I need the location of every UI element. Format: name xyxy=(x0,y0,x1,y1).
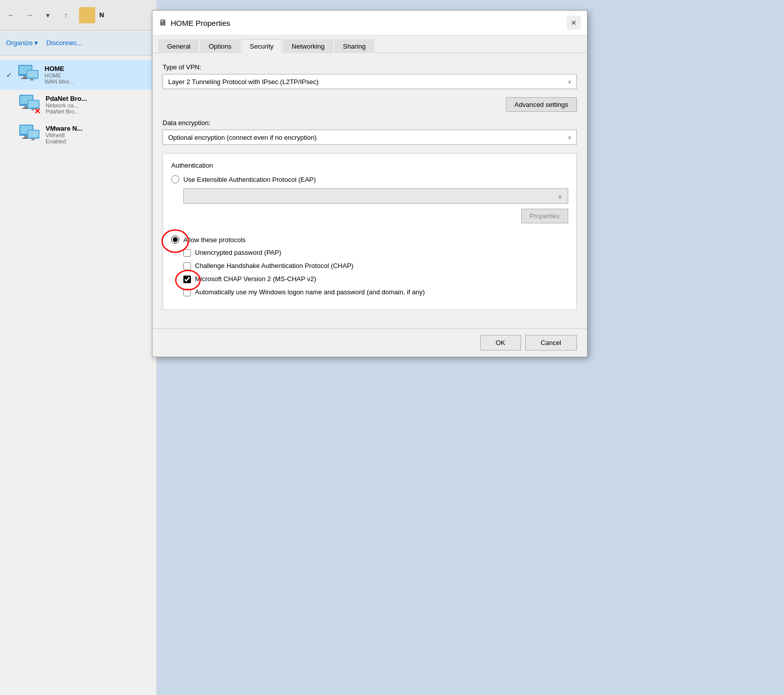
tab-options[interactable]: Options xyxy=(200,39,240,53)
checkmark-icon: ✓ xyxy=(6,71,12,79)
properties-row: Properties xyxy=(171,209,568,229)
dialog-title-icon: 🖥 xyxy=(159,18,167,27)
vpn-type-select[interactable]: Layer 2 Tunneling Protocol with IPsec (L… xyxy=(163,74,577,89)
tab-bar: General Options Security Networking Shar… xyxy=(152,35,587,53)
dialog-title-text: HOME Properties xyxy=(171,19,230,27)
autologon-checkbox-row: Automatically use my Windows logon name … xyxy=(183,288,568,296)
advanced-row: Advanced settings xyxy=(163,97,577,112)
eap-select: ∨ xyxy=(183,188,568,204)
explorer-title-short: N xyxy=(99,11,104,19)
vmware-net-info: VMware N... VMnet8 Enabled xyxy=(46,125,150,144)
error-x-icon: ✕ xyxy=(34,107,41,115)
properties-button: Properties xyxy=(521,209,568,223)
svg-rect-20 xyxy=(31,139,34,140)
tab-general[interactable]: General xyxy=(159,39,199,53)
dialog-content: Type of VPN: Layer 2 Tunneling Protocol … xyxy=(152,53,587,328)
svg-rect-19 xyxy=(28,131,38,137)
pdanet-net-info: PdaNet Bro... Network ca... PdaNet Bro..… xyxy=(46,95,150,114)
svg-rect-6 xyxy=(30,79,33,81)
explorer-background: ← → ▾ ↑ N Organize ▾ Disconnec... ✓ xyxy=(0,0,157,695)
vmware-net-detail2: Enabled xyxy=(46,138,150,144)
home-net-detail2: WAN Mini... xyxy=(45,79,150,85)
vmware-net-name: VMware N... xyxy=(46,125,150,132)
eap-select-chevron-icon: ∨ xyxy=(558,192,563,200)
disconnect-button[interactable]: Disconnec... xyxy=(46,39,83,47)
vpn-type-row: Layer 2 Tunneling Protocol with IPsec (L… xyxy=(163,74,577,89)
network-item-vmware[interactable]: VMware N... VMnet8 Enabled xyxy=(0,120,156,149)
explorer-nav: Organize ▾ Disconnec... xyxy=(0,30,156,56)
network-item-pdanet[interactable]: ✕ PdaNet Bro... Network ca... PdaNet Bro… xyxy=(0,90,156,120)
vmware-computer-icon xyxy=(18,124,41,144)
eap-radio-row[interactable]: Use Extensible Authentication Protocol (… xyxy=(171,175,568,183)
vpn-type-label: Type of VPN: xyxy=(163,63,577,71)
mschapv2-checkbox[interactable] xyxy=(183,276,191,283)
allow-protocols-label: Allow these protocols xyxy=(183,236,246,244)
encryption-value: Optional encryption (connect even if no … xyxy=(168,134,317,141)
home-net-name: HOME xyxy=(45,65,150,72)
svg-rect-5 xyxy=(27,71,37,78)
encryption-group: Data encryption: Optional encryption (co… xyxy=(163,119,577,145)
pap-checkbox[interactable] xyxy=(183,249,191,257)
back-button[interactable]: ← xyxy=(4,8,18,22)
dropdown-button[interactable]: ▾ xyxy=(41,8,55,22)
dialog-title: 🖥 HOME Properties xyxy=(159,18,230,27)
pap-label: Unencrypted password (PAP) xyxy=(195,249,281,256)
autologon-checkbox[interactable] xyxy=(183,289,191,296)
vpn-type-group: Type of VPN: Layer 2 Tunneling Protocol … xyxy=(163,63,577,89)
home-net-info: HOME HOME WAN Mini... xyxy=(45,65,150,85)
eap-radio-label: Use Extensible Authentication Protocol (… xyxy=(183,176,316,183)
advanced-settings-button[interactable]: Advanced settings xyxy=(506,97,577,112)
pap-checkbox-row: Unencrypted password (PAP) xyxy=(183,249,568,257)
network-item-home[interactable]: ✓ HOME HOME WAN Mini... xyxy=(0,60,156,90)
network-list: ✓ HOME HOME WAN Mini... xyxy=(0,56,156,153)
mschapv2-checkbox-row: Microsoft CHAP Version 2 (MS-CHAP v2) xyxy=(183,275,568,283)
encryption-select[interactable]: Optional encryption (connect even if no … xyxy=(163,130,577,145)
encryption-chevron-icon: ∨ xyxy=(568,135,571,140)
encryption-label: Data encryption: xyxy=(163,119,577,127)
auth-label: Authentication xyxy=(171,162,568,169)
organize-button[interactable]: Organize ▾ xyxy=(6,39,38,47)
pdanet-net-name: PdaNet Bro... xyxy=(46,95,150,102)
chap-label: Challenge Handshake Authentication Proto… xyxy=(195,262,354,269)
vpn-type-chevron-icon: ∨ xyxy=(568,79,571,85)
cancel-button[interactable]: Cancel xyxy=(525,335,577,351)
allow-protocols-radio[interactable] xyxy=(171,236,179,244)
forward-button[interactable]: → xyxy=(22,8,36,22)
authentication-section: Authentication Use Extensible Authentica… xyxy=(163,153,577,310)
eap-dropdown-row: ∨ xyxy=(183,188,568,204)
pdanet-icon-wrapper: ✕ xyxy=(18,94,41,115)
home-icon-wrapper xyxy=(17,64,40,86)
pdanet-net-detail1: Network ca... xyxy=(46,102,150,108)
close-button[interactable]: ✕ xyxy=(567,16,581,30)
up-button[interactable]: ↑ xyxy=(59,8,73,22)
properties-dialog: 🖥 HOME Properties ✕ General Options Secu… xyxy=(152,10,587,357)
home-computer-icon xyxy=(17,64,40,84)
mschapv2-label: Microsoft CHAP Version 2 (MS-CHAP v2) xyxy=(195,275,316,283)
tab-networking[interactable]: Networking xyxy=(283,39,333,53)
folder-icon xyxy=(79,7,95,23)
chap-checkbox-row: Challenge Handshake Authentication Proto… xyxy=(183,262,568,270)
dialog-titlebar: 🖥 HOME Properties ✕ xyxy=(152,11,587,35)
vmware-icon-wrapper xyxy=(18,124,41,145)
explorer-toolbar: ← → ▾ ↑ N xyxy=(0,0,156,30)
dialog-footer: OK Cancel xyxy=(152,328,587,357)
pdanet-net-detail2: PdaNet Bro... xyxy=(46,108,150,114)
vmware-net-detail1: VMnet8 xyxy=(46,132,150,138)
autologon-label: Automatically use my Windows logon name … xyxy=(195,288,425,296)
ok-button[interactable]: OK xyxy=(480,335,521,351)
allow-protocols-radio-row[interactable]: Allow these protocols xyxy=(171,236,568,244)
tab-security[interactable]: Security xyxy=(241,39,282,53)
tab-sharing[interactable]: Sharing xyxy=(334,39,374,53)
eap-radio[interactable] xyxy=(171,175,179,183)
vpn-type-value: Layer 2 Tunneling Protocol with IPsec (L… xyxy=(168,78,319,86)
home-net-detail1: HOME xyxy=(45,72,150,79)
chap-checkbox[interactable] xyxy=(183,262,191,270)
protocols-section: Unencrypted password (PAP) Challenge Han… xyxy=(171,249,568,296)
